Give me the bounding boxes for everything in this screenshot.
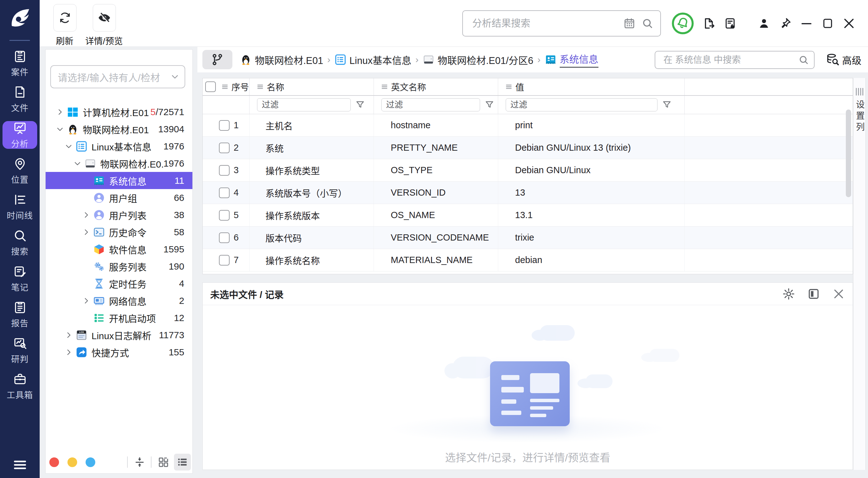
breadcrumb-item[interactable]: 物联网检材.E01/分区6 — [423, 53, 533, 67]
sidebar-item-notes[interactable]: 笔记 — [2, 265, 37, 292]
sidebar-item-research[interactable]: 研判 — [2, 336, 37, 364]
tree-item[interactable]: 软件信息1595 — [45, 241, 192, 258]
sidebar-item-search[interactable]: 搜索 — [2, 229, 37, 257]
chevron-right-icon[interactable] — [62, 345, 75, 359]
chevron-right-icon[interactable] — [79, 208, 93, 222]
tree-item[interactable]: 历史命令58 — [45, 224, 192, 241]
search-icon[interactable] — [642, 18, 653, 29]
gear-icon[interactable] — [782, 287, 795, 301]
row-checkbox[interactable] — [219, 233, 229, 243]
eye-off-icon — [98, 11, 111, 24]
column-menu-icon[interactable] — [505, 83, 513, 91]
table-row[interactable]: 2系统PRETTY_NAMEDebian GNU/Linux 13 (trixi… — [203, 137, 853, 159]
git-branch-icon — [211, 53, 224, 66]
maximize-icon[interactable] — [821, 17, 834, 30]
column-header[interactable]: 名称 — [267, 80, 284, 93]
split-panel-icon[interactable] — [807, 287, 820, 301]
minimize-icon[interactable] — [800, 17, 813, 30]
row-checkbox[interactable] — [219, 120, 229, 131]
search-icon[interactable] — [798, 55, 809, 65]
filter-input-en-name[interactable] — [381, 98, 480, 111]
select-all-checkbox[interactable] — [205, 81, 216, 92]
refresh-button[interactable] — [54, 4, 76, 32]
advanced-search-button[interactable]: 高级 — [826, 47, 862, 72]
sidebar-item-analysis[interactable]: 分析 — [2, 121, 37, 149]
tree-item[interactable]: 用户组66 — [45, 189, 192, 206]
table-row[interactable]: 5操作系统版本OS_NAME13.1 — [203, 204, 853, 227]
sidebar-item-report[interactable]: 报告 — [2, 301, 37, 328]
tree-item[interactable]: 快捷方式155 — [45, 344, 192, 361]
sidebar-item-location[interactable]: 位置 — [2, 157, 37, 185]
export-file-icon[interactable] — [703, 17, 716, 30]
sidebar-item-case[interactable]: 案件 — [2, 49, 37, 77]
chevron-down-icon[interactable] — [62, 139, 75, 153]
filter-input-name[interactable] — [257, 98, 351, 111]
tag-yellow-dot[interactable] — [67, 457, 77, 467]
breadcrumb-item[interactable]: Linux基本信息 — [335, 53, 411, 67]
close-icon[interactable] — [842, 17, 856, 30]
grid-view-icon[interactable] — [156, 454, 171, 470]
notification-bell-icon[interactable] — [671, 12, 694, 35]
sidebar-item-timeline[interactable]: 时间线 — [2, 193, 37, 220]
column-header[interactable]: 值 — [515, 80, 524, 93]
row-checkbox[interactable] — [219, 255, 229, 266]
chevron-right-icon[interactable] — [62, 328, 75, 342]
filter-funnel-icon[interactable] — [355, 100, 365, 110]
sidebar-item-file[interactable]: 文件 — [2, 85, 37, 113]
column-header[interactable]: 序号 — [231, 80, 249, 93]
row-checkbox[interactable] — [219, 187, 229, 198]
tree-item[interactable]: 开机启动项12 — [45, 309, 192, 327]
row-number: 7 — [234, 255, 239, 265]
tree-item[interactable]: 定时任务4 — [45, 275, 192, 292]
global-search-input[interactable] — [472, 18, 617, 29]
breadcrumb-item[interactable]: 系统信息 — [545, 52, 598, 68]
tree-item[interactable]: 用户列表38 — [45, 206, 192, 224]
chevron-down-icon[interactable] — [70, 157, 84, 170]
chevron-right-icon[interactable] — [53, 105, 67, 119]
tree-item[interactable]: 网络信息2 — [45, 292, 192, 309]
collapse-tree-icon[interactable] — [132, 454, 147, 470]
user-account-icon[interactable] — [757, 17, 771, 30]
row-checkbox[interactable] — [219, 210, 229, 220]
filter-input-value[interactable] — [506, 98, 657, 111]
table-row[interactable]: 7操作系统名称MATERIALS_NAMEdebian — [203, 249, 853, 271]
tag-blue-dot[interactable] — [86, 457, 95, 467]
tree-item[interactable]: Linux基本信息1976 — [45, 138, 192, 155]
filter-funnel-icon[interactable] — [485, 100, 494, 110]
table-row[interactable]: 1主机名hostnameprint — [203, 114, 853, 137]
preview-toggle-button[interactable] — [93, 4, 116, 32]
list-view-icon[interactable] — [174, 454, 191, 471]
sidebar-item-toolbox[interactable]: 工具箱 — [2, 372, 37, 400]
column-menu-icon[interactable] — [256, 83, 264, 91]
branch-view-button[interactable] — [203, 50, 232, 69]
breadcrumb-item[interactable]: 物联网检材.E01 — [240, 53, 323, 67]
tree-item[interactable]: 服务列表190 — [45, 258, 192, 275]
tree-item[interactable]: 物联网检材.E0...1976 — [45, 155, 192, 172]
calendar-icon[interactable] — [623, 18, 635, 29]
row-checkbox[interactable] — [219, 143, 229, 153]
tree-item[interactable]: 物联网检材.E0113904 — [45, 121, 192, 138]
tree-item[interactable]: LOGLinux日志解析11773 — [45, 327, 192, 344]
column-settings-strip[interactable]: 设置列 — [853, 78, 866, 470]
row-checkbox[interactable] — [219, 165, 229, 176]
chevron-right-icon[interactable] — [79, 225, 93, 239]
table-scrollbar[interactable] — [846, 109, 851, 197]
column-menu-icon[interactable] — [221, 83, 229, 91]
pin-icon[interactable] — [779, 17, 792, 30]
close-panel-icon[interactable] — [832, 287, 845, 301]
holder-filter-select[interactable]: 请选择/输入持有人/检材 — [50, 65, 185, 88]
table-search-input[interactable] — [663, 55, 798, 66]
column-menu-icon[interactable] — [380, 83, 389, 91]
table-row[interactable]: 6版本代码VERSION_CODENAMEtrixie — [203, 227, 853, 249]
report-feedback-icon[interactable] — [724, 17, 737, 30]
chevron-down-icon[interactable] — [53, 122, 67, 136]
table-row[interactable]: 4系统版本号（小写）VERSION_ID13 — [203, 181, 853, 204]
menu-hamburger-icon[interactable] — [12, 457, 28, 472]
column-header[interactable]: 英文名称 — [391, 80, 426, 93]
tag-red-dot[interactable] — [49, 457, 59, 467]
filter-funnel-icon[interactable] — [662, 100, 672, 110]
chevron-right-icon[interactable] — [79, 294, 93, 308]
table-row[interactable]: 3操作系统类型OS_TYPEDebian GNU/Linux — [203, 159, 853, 181]
tree-item[interactable]: 系统信息11 — [45, 172, 192, 189]
tree-item[interactable]: 计算机检材.E015/72571 — [45, 103, 192, 121]
